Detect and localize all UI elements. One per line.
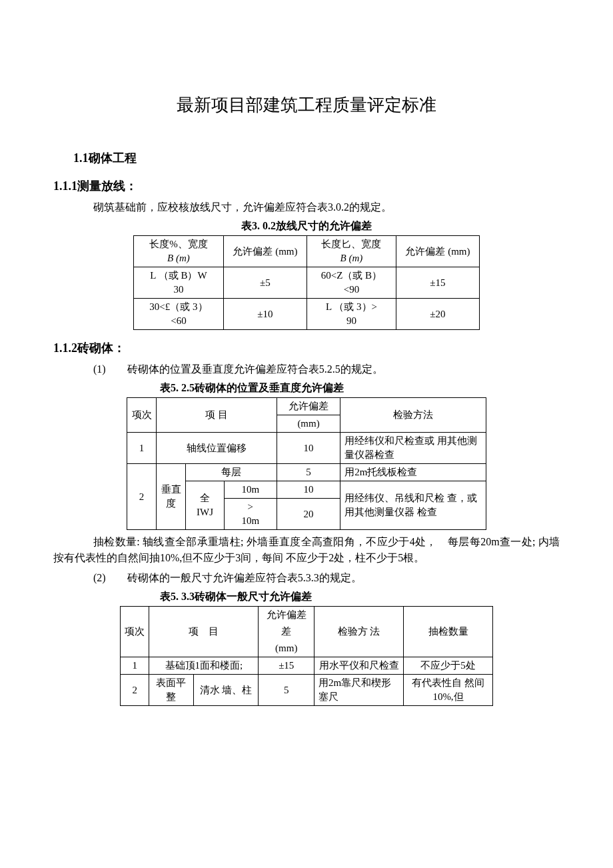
table-cell: ±15 — [259, 657, 314, 675]
table-cell: 轴线位置偏移 — [157, 433, 277, 464]
table-cell: 项 目 — [157, 398, 277, 433]
table-cell: 项次 — [127, 398, 157, 433]
table-cell: 用经纬仪、吊线和尺检 查，或用其他测量仪器 检查 — [340, 481, 486, 530]
table-cell: 5 — [277, 464, 340, 481]
section-1-1-1-text: 砌筑基础前，应校核放线尺寸，允许偏差应符合表3.0.2的规定。 — [93, 199, 560, 215]
table-cell: 检验方法 — [340, 398, 486, 433]
table-row: 长度%、宽度 B (m) 允许偏差 (mm) 长度匕、宽度 B (m) 允许偏差… — [134, 236, 480, 267]
table-cell: 有代表性自 然间10%,但 — [404, 675, 493, 706]
table-cell: > 10m — [224, 499, 277, 530]
table-cell: 5 — [259, 675, 314, 706]
table-cell: 用经纬仪和尺检查或 用其他测量仪器检查 — [340, 433, 486, 464]
table2-caption: 表5. 2.5砖砌体的位置及垂直度允许偏差 — [160, 380, 560, 396]
section-1-1-2: 1.1.2砖砌体： — [53, 340, 560, 356]
table-cell: 用水平仪和尺检查 — [314, 657, 404, 675]
table-cell: 允许偏差 — [259, 607, 314, 624]
table-row: 1 基础顶1面和楼面; ±15 用水平仪和尺检查 不应少于5处 — [121, 657, 493, 675]
table-cell: 长度%、宽度 B (m) — [134, 236, 224, 267]
table-cell: 垂直度 — [157, 464, 186, 530]
table-cell: (mm) — [277, 415, 340, 433]
table-cell: 基础顶1面和楼面; — [149, 657, 259, 675]
section-1-2-item1: (1) 砖砌体的位置及垂直度允许偏差应符合表5.2.5的规定。 — [93, 361, 560, 377]
table-cell: 抽检数量 — [404, 607, 493, 657]
table3-caption: 表5. 3.3砖砌体一般尺寸允许偏差 — [160, 589, 560, 605]
table-cell: 项次 — [121, 607, 149, 657]
table-cell: 检验方 法 — [314, 607, 404, 657]
table-cell: 10m — [224, 481, 277, 499]
table-1: 长度%、宽度 B (m) 允许偏差 (mm) 长度匕、宽度 B (m) 允许偏差… — [133, 235, 480, 330]
table-cell: 用2m靠尺和楔形塞尺 — [314, 675, 404, 706]
table-cell: ±5 — [223, 267, 306, 299]
table-cell: 项 目 — [149, 607, 259, 657]
table-cell: 长度匕、宽度 B (m) — [306, 236, 396, 267]
table-cell: 10 — [277, 481, 340, 499]
document-page: 最新项目部建筑工程质量评定标准 1.1砌体工程 1.1.1测量放线： 砌筑基础前… — [0, 0, 613, 746]
table-cell: 20 — [277, 499, 340, 530]
table-row: 2 表面平整 清水 墙、柱 5 用2m靠尺和楔形塞尺 有代表性自 然间10%,但 — [121, 675, 493, 706]
table-cell: ±15 — [396, 267, 479, 299]
table-cell: 30<£（或 3） <60 — [134, 299, 224, 330]
section-1-1: 1.1砌体工程 — [73, 150, 560, 166]
table-cell: ±10 — [223, 299, 306, 330]
table-2: 项次 项 目 允许偏差 检验方法 (mm) 1 轴线位置偏移 10 用经纬仪和尺… — [127, 397, 486, 530]
table-3: 项次 项 目 允许偏差 检验方 法 抽检数量 差 (mm) 1 基础顶1面和楼面… — [120, 606, 493, 706]
table-cell: 1 — [127, 433, 157, 464]
table-row: 30<£（或 3） <60 ±10 L （或 3）> 90 ±20 — [134, 299, 480, 330]
table-cell: ±20 — [396, 299, 479, 330]
table-row: 项次 项 目 允许偏差 检验方 法 抽检数量 — [121, 607, 493, 624]
table-cell: 2 — [127, 464, 157, 530]
section-1-1-1: 1.1.1测量放线： — [53, 178, 560, 194]
table-cell: L （或 B）W 30 — [134, 267, 224, 299]
table-cell: 差 — [259, 623, 314, 640]
table-row: 项次 项 目 允许偏差 检验方法 — [127, 398, 486, 415]
document-title: 最新项目部建筑工程质量评定标准 — [53, 93, 560, 117]
table-cell: 清水 墙、柱 — [193, 675, 259, 706]
table-cell: 不应少于5处 — [404, 657, 493, 675]
table-row: L （或 B）W 30 ±5 60<Z（或 B） <90 ±15 — [134, 267, 480, 299]
section-1-2-item2: (2) 砖砌体的一般尺寸允许偏差应符合表5.3.3的规定。 — [93, 570, 560, 586]
table-cell: 允许偏差 (mm) — [223, 236, 306, 267]
table-cell: 用2m托线板检查 — [340, 464, 486, 481]
table-cell: 允许偏差 — [277, 398, 340, 415]
table-cell: L （或 3）> 90 — [306, 299, 396, 330]
table2-note: 抽检数量: 轴线查全部承重墙柱; 外墙垂直度全高查阳角，不应少于4处， 每层每2… — [53, 534, 560, 566]
table-row: 2 垂直度 每层 5 用2m托线板检查 — [127, 464, 486, 481]
table-cell: 每层 — [186, 464, 277, 481]
table-cell: 允许偏差 (mm) — [396, 236, 479, 267]
table-cell: 2 — [121, 675, 149, 706]
table-cell: 60<Z（或 B） <90 — [306, 267, 396, 299]
table1-caption: 表3. 0.2放线尺寸的允许偏差 — [53, 218, 560, 234]
table-cell: 全 IWJ — [186, 481, 224, 530]
table-cell: 1 — [121, 657, 149, 675]
table-cell: (mm) — [259, 640, 314, 657]
table-cell: 10 — [277, 433, 340, 464]
table-cell: 表面平整 — [149, 675, 193, 706]
table-row: 1 轴线位置偏移 10 用经纬仪和尺检查或 用其他测量仪器检查 — [127, 433, 486, 464]
